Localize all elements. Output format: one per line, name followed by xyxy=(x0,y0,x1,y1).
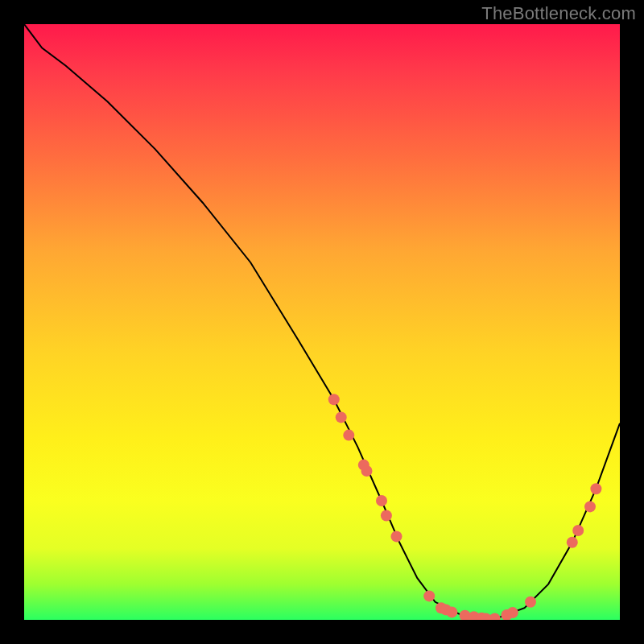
data-marker xyxy=(572,525,584,536)
data-marker xyxy=(446,606,457,617)
data-marker xyxy=(381,510,392,522)
watermark-text: TheBottleneck.com xyxy=(481,3,636,24)
data-marker xyxy=(423,590,435,601)
data-marker xyxy=(336,411,347,423)
data-marker xyxy=(343,430,354,441)
data-marker xyxy=(489,613,501,621)
data-marker xyxy=(361,465,373,477)
data-marker xyxy=(376,495,387,506)
data-marker xyxy=(525,597,536,608)
data-marker xyxy=(391,530,402,542)
curve-path xyxy=(24,24,620,620)
data-marker xyxy=(584,501,596,512)
data-marker xyxy=(567,537,578,548)
plot-area xyxy=(24,24,620,620)
curve-layer xyxy=(24,24,620,620)
marker-group xyxy=(328,394,602,620)
data-marker xyxy=(507,607,518,618)
data-marker xyxy=(328,394,340,405)
data-marker xyxy=(590,483,601,494)
chart-stage: TheBottleneck.com xyxy=(0,0,644,644)
